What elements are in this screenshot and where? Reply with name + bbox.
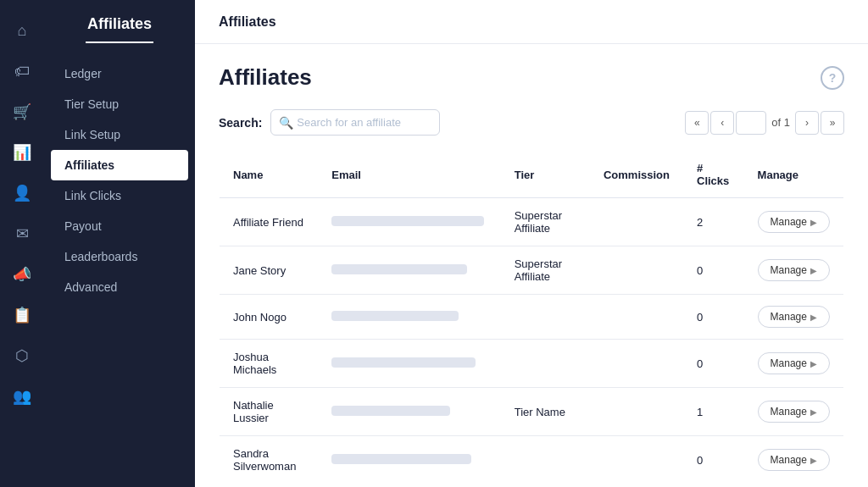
cell-manage: Manage ▶ [744,388,844,436]
cell-commission [590,295,683,340]
sidebar-divider [86,42,153,43]
sidebar-item-leaderboards[interactable]: Leaderboards [44,241,195,272]
pagination-of-label: of 1 [771,116,790,129]
table-row: Sandra Silverwoman0Manage ▶ [220,436,844,484]
manage-arrow-icon: ▶ [810,266,817,275]
search-input-wrap: 🔍 [270,109,440,136]
manage-button[interactable]: Manage ▶ [758,259,830,281]
manage-label: Manage [771,454,807,466]
book-icon[interactable]: 📋 [5,298,39,332]
cell-manage: Manage ▶ [744,340,844,388]
cell-name: Joshua Michaels [220,340,319,388]
cell-email [318,295,500,340]
cell-clicks: 0 [683,295,744,340]
manage-arrow-icon: ▶ [810,456,817,465]
topbar-title: Affiliates [219,14,276,30]
manage-label: Manage [771,357,807,369]
tag-icon[interactable]: 🏷 [5,54,39,88]
cell-clicks: 0 [683,436,744,484]
help-button[interactable]: ? [821,66,844,90]
cell-name: Jane Story [220,246,319,295]
cell-name: Affiliate Friend [220,198,319,246]
affiliates-table: Name Email Tier Commission # Clicks Mana… [219,151,844,484]
search-pagination-row: Search: 🔍 « ‹ 1 of 1 › » [219,109,844,136]
manage-label: Manage [771,311,807,323]
cell-name: John Nogo [220,295,319,340]
col-header-manage: Manage [744,152,844,198]
pagination-first-button[interactable]: « [685,111,709,135]
sidebar-item-link-setup[interactable]: Link Setup [44,119,195,150]
manage-button[interactable]: Manage ▶ [758,211,830,233]
cell-manage: Manage ▶ [744,198,844,246]
manage-button[interactable]: Manage ▶ [758,401,830,423]
col-header-email: Email [318,152,500,198]
manage-arrow-icon: ▶ [810,313,817,322]
cell-email [318,340,500,388]
manage-button[interactable]: Manage ▶ [758,306,830,328]
col-header-tier: Tier [501,152,590,198]
cell-clicks: 0 [683,246,744,295]
content-area: Affiliates ? Search: 🔍 « ‹ 1 of 1 › » [195,44,868,487]
sidebar: Affiliates Ledger Tier Setup Link Setup … [44,0,195,487]
sidebar-item-tier-setup[interactable]: Tier Setup [44,89,195,119]
cell-manage: Manage ▶ [744,246,844,295]
table-row: Affiliate FriendSuperstar Affiliate2Mana… [220,198,844,246]
pagination-prev-button[interactable]: ‹ [710,111,734,135]
table-row: John Nogo0Manage ▶ [220,295,844,340]
cell-clicks: 2 [683,198,744,246]
manage-arrow-icon: ▶ [810,359,817,368]
cell-commission [590,436,683,484]
home-icon[interactable]: ⌂ [5,14,39,47]
cell-commission [590,340,683,388]
sidebar-title: Affiliates [44,0,195,42]
sidebar-item-affiliates[interactable]: Affiliates [51,150,188,180]
cart-icon[interactable]: 🛒 [5,95,39,129]
cell-email [318,198,500,246]
cell-clicks: 0 [683,340,744,388]
cell-commission [590,246,683,295]
group-icon[interactable]: 👥 [5,379,39,413]
pagination-page-input[interactable]: 1 [736,111,766,135]
table-header-row: Name Email Tier Commission # Clicks Mana… [220,152,844,198]
cell-tier [501,295,590,340]
col-header-name: Name [220,152,319,198]
cell-manage: Manage ▶ [744,436,844,484]
col-header-clicks: # Clicks [683,152,744,198]
mail-icon[interactable]: ✉ [5,217,39,251]
megaphone-icon[interactable]: 📣 [5,257,39,291]
pagination: « ‹ 1 of 1 › » [685,111,844,135]
manage-arrow-icon: ▶ [810,407,817,417]
user-icon[interactable]: 👤 [5,176,39,210]
cell-tier [501,436,590,484]
chart-icon[interactable]: 📊 [5,136,39,169]
sidebar-item-payout[interactable]: Payout [44,211,195,241]
cell-name: Sandra Silverwoman [220,436,319,484]
manage-button[interactable]: Manage ▶ [758,449,830,471]
table-row: Jane StorySuperstar Affiliate0Manage ▶ [220,246,844,295]
topbar: Affiliates [195,0,868,44]
search-group: Search: 🔍 [219,109,440,136]
manage-button[interactable]: Manage ▶ [758,352,830,374]
cell-email [318,388,500,436]
network-icon[interactable]: ⬡ [5,339,39,373]
sidebar-nav: Ledger Tier Setup Link Setup Affiliates … [44,58,195,302]
manage-label: Manage [771,406,807,418]
manage-label: Manage [771,216,807,228]
table-row: Joshua Michaels0Manage ▶ [220,340,844,388]
col-header-commission: Commission [590,152,683,198]
cell-tier: Superstar Affiliate [501,198,590,246]
sidebar-item-link-clicks[interactable]: Link Clicks [44,180,195,211]
search-label: Search: [219,116,262,130]
pagination-last-button[interactable]: » [821,111,844,135]
sidebar-item-ledger[interactable]: Ledger [44,58,195,89]
pagination-next-button[interactable]: › [795,111,819,135]
main-content: Affiliates Affiliates ? Search: 🔍 « ‹ 1 … [195,0,868,487]
sidebar-item-advanced[interactable]: Advanced [44,272,195,302]
cell-commission [590,198,683,246]
cell-tier: Superstar Affiliate [501,246,590,295]
search-input[interactable] [270,109,440,136]
cell-email [318,246,500,295]
search-icon: 🔍 [279,116,293,130]
cell-email [318,436,500,484]
cell-tier [501,340,590,388]
